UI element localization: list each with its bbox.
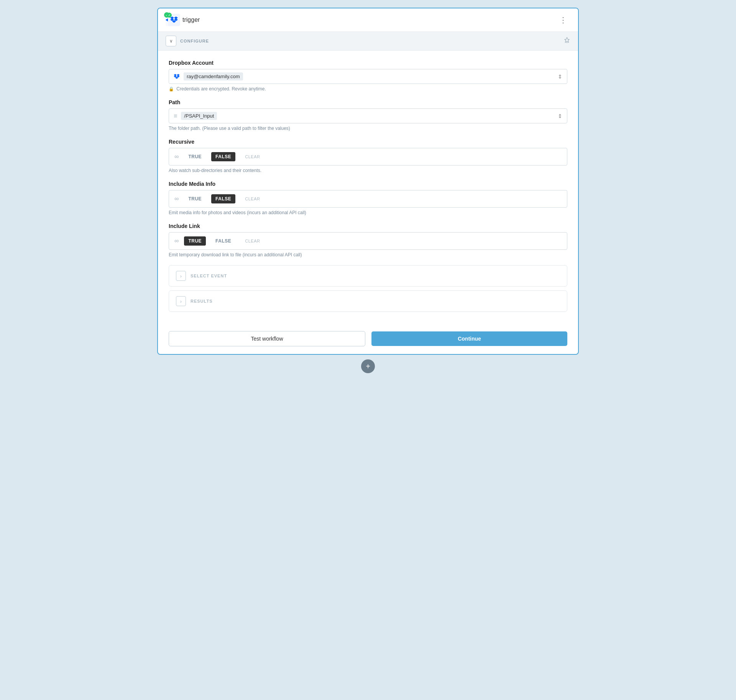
include-media-info-section: Include Media Info ∞ TRUE FALSE CLEAR Em… xyxy=(169,181,567,215)
test-workflow-button[interactable]: Test workflow xyxy=(169,331,365,346)
configure-label: CONFIGURE xyxy=(180,39,209,43)
include-link-true-btn[interactable]: TRUE xyxy=(184,236,206,246)
select-event-label: SELECT EVENT xyxy=(191,274,227,278)
select-arrows-icon: ⇕ xyxy=(558,74,562,80)
infinity-icon-3: ∞ xyxy=(174,238,179,244)
results-row[interactable]: › RESULTS xyxy=(169,290,567,312)
media-info-hint: Emit media info for photos and videos (i… xyxy=(169,210,567,215)
header-left: ✓ ✓ xyxy=(166,14,200,26)
dropbox-logo-container: ✓ xyxy=(168,14,180,26)
recursive-true-btn[interactable]: TRUE xyxy=(184,152,206,161)
media-info-false-btn[interactable]: FALSE xyxy=(211,194,235,203)
account-hint: 🔒 Credentials are encrypted. Revoke anyt… xyxy=(169,86,567,92)
include-link-toggle-field: ∞ TRUE FALSE CLEAR xyxy=(169,232,567,250)
card-body: Dropbox Account ray@camdenfamily.com ⇕ xyxy=(158,51,578,325)
path-label: Path xyxy=(169,99,567,105)
include-link-label: Include Link xyxy=(169,223,567,229)
include-media-info-label: Include Media Info xyxy=(169,181,567,187)
pin-icon[interactable] xyxy=(564,37,570,45)
include-link-section: Include Link ∞ TRUE FALSE CLEAR Emit tem… xyxy=(169,223,567,257)
media-info-true-btn[interactable]: TRUE xyxy=(184,194,206,203)
select-event-row[interactable]: › SELECT EVENT xyxy=(169,265,567,287)
infinity-icon: ∞ xyxy=(174,153,179,160)
pin-svg xyxy=(564,37,570,44)
recursive-section: Recursive ∞ TRUE FALSE CLEAR Also watch … xyxy=(169,139,567,173)
account-value: ray@camdenfamily.com xyxy=(184,72,243,80)
dropbox-svg-icon xyxy=(170,16,178,23)
configure-left: ∨ CONFIGURE xyxy=(166,36,209,46)
card-header: ✓ ✓ xyxy=(158,8,578,32)
dropbox-account-label: Dropbox Account xyxy=(169,60,567,66)
outer-wrapper: ✓ ✓ xyxy=(157,8,579,373)
infinity-icon-2: ∞ xyxy=(174,195,179,202)
dropbox-small-icon xyxy=(174,74,180,79)
recursive-label: Recursive xyxy=(169,139,567,145)
include-media-info-toggle-field: ∞ TRUE FALSE CLEAR xyxy=(169,190,567,208)
path-left: ≡ /PSAPI_Input xyxy=(174,112,217,120)
header-title: trigger xyxy=(182,16,200,23)
results-label: RESULTS xyxy=(191,299,213,303)
lock-icon: 🔒 xyxy=(169,87,174,91)
select-event-chevron-icon: › xyxy=(176,271,186,281)
media-info-clear-btn[interactable]: CLEAR xyxy=(241,195,264,203)
include-link-clear-btn[interactable]: CLEAR xyxy=(241,237,264,245)
recursive-clear-btn[interactable]: CLEAR xyxy=(241,152,264,161)
menu-lines-icon: ≡ xyxy=(174,113,177,120)
add-step-button[interactable]: + xyxy=(361,359,375,373)
check-badge: ✓ xyxy=(167,13,172,18)
chevron-down-icon: ∨ xyxy=(169,38,173,44)
plus-btn-wrapper: + xyxy=(361,359,375,373)
include-link-hint: Emit temporary download link to file (in… xyxy=(169,252,567,257)
path-section: Path ≡ /PSAPI_Input ⇕ The folder path. (… xyxy=(169,99,567,131)
configure-bar: ∨ CONFIGURE xyxy=(158,32,578,51)
main-card: ✓ ✓ xyxy=(157,8,579,355)
more-options-button[interactable]: ⋮ xyxy=(556,14,570,26)
account-select-left: ray@camdenfamily.com xyxy=(174,72,243,80)
continue-button[interactable]: Continue xyxy=(371,331,567,346)
results-chevron-icon: › xyxy=(176,296,186,306)
recursive-false-btn[interactable]: FALSE xyxy=(211,152,235,161)
path-hint: The folder path. (Please use a valid pat… xyxy=(169,126,567,131)
include-link-false-btn[interactable]: FALSE xyxy=(211,236,235,246)
path-arrows-icon: ⇕ xyxy=(558,113,562,119)
path-value: /PSAPI_Input xyxy=(181,112,217,120)
recursive-toggle-field: ∞ TRUE FALSE CLEAR xyxy=(169,148,567,166)
configure-chevron-button[interactable]: ∨ xyxy=(166,36,176,46)
dropbox-account-section: Dropbox Account ray@camdenfamily.com ⇕ xyxy=(169,60,567,92)
path-select[interactable]: ≡ /PSAPI_Input ⇕ xyxy=(169,108,567,123)
card-footer: Test workflow Continue xyxy=(158,325,578,354)
dropbox-account-select[interactable]: ray@camdenfamily.com ⇕ xyxy=(169,69,567,84)
recursive-hint: Also watch sub-directories and their con… xyxy=(169,168,567,173)
